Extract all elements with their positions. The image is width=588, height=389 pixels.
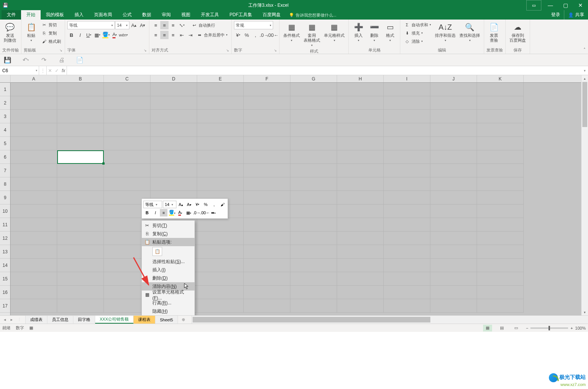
cell-H17[interactable] xyxy=(337,299,384,313)
ctx-cut[interactable]: ✂剪切(T) xyxy=(142,221,194,230)
cell-I15[interactable] xyxy=(384,272,430,286)
align-bottom-button[interactable]: ≡ xyxy=(169,21,177,29)
sheet-tab-schedule[interactable]: 课程表 xyxy=(134,316,155,324)
cell-G7[interactable] xyxy=(290,164,337,177)
cell-B15[interactable] xyxy=(57,272,104,286)
login-button[interactable]: 登录 xyxy=(547,10,564,20)
tab-pdf-tools[interactable]: PDF工具集 xyxy=(224,10,257,20)
cell-C2[interactable] xyxy=(104,96,150,110)
ribbon-display-options[interactable]: ▭ xyxy=(526,0,541,11)
cell-B4[interactable] xyxy=(57,123,104,137)
cell-H13[interactable] xyxy=(337,245,384,259)
cell-J6[interactable] xyxy=(430,150,477,164)
tab-file[interactable]: 文件 xyxy=(2,10,21,20)
row-header-4[interactable]: 4 xyxy=(0,123,10,137)
cell-B11[interactable] xyxy=(57,218,104,232)
cell-F3[interactable] xyxy=(244,110,290,123)
insert-cells-button[interactable]: ➕插入▾ xyxy=(351,21,366,43)
cell-J2[interactable] xyxy=(430,96,477,110)
cell-F13[interactable] xyxy=(244,245,290,259)
cell-K9[interactable] xyxy=(477,191,524,204)
cell-G15[interactable] xyxy=(290,272,337,286)
column-header-K[interactable]: K xyxy=(477,75,524,82)
increase-font-button[interactable]: A▴ xyxy=(130,21,138,29)
cell-D1[interactable] xyxy=(150,83,197,96)
cell-A10[interactable] xyxy=(11,204,57,218)
cell-F16[interactable] xyxy=(244,286,290,299)
enter-formula-button[interactable]: ✓ xyxy=(55,68,59,73)
cell-E4[interactable] xyxy=(197,123,244,137)
mini-format-painter-button[interactable]: 🖌 xyxy=(219,201,226,208)
view-normal-button[interactable]: ▦ xyxy=(483,325,492,331)
cell-K3[interactable] xyxy=(477,110,524,123)
column-header-I[interactable]: I xyxy=(384,75,430,82)
cell-A11[interactable] xyxy=(11,218,57,232)
cell-G8[interactable] xyxy=(290,177,337,191)
cell-I9[interactable] xyxy=(384,191,430,204)
zoom-out-button[interactable]: − xyxy=(526,326,528,330)
italic-button[interactable]: I xyxy=(76,31,84,39)
horizontal-scroll-thumb[interactable] xyxy=(193,317,430,322)
mini-fill-color-button[interactable]: 🪣▾ xyxy=(168,209,176,216)
wrap-text-button[interactable]: ↩自动换行 xyxy=(190,21,217,29)
cell-D6[interactable] xyxy=(150,150,197,164)
name-box[interactable]: C6▾ xyxy=(0,66,39,75)
cell-J7[interactable] xyxy=(430,164,477,177)
qat-print-button[interactable]: 📄 xyxy=(75,56,84,65)
cell-H8[interactable] xyxy=(337,177,384,191)
collapse-ribbon-button[interactable]: ˄ xyxy=(583,47,586,52)
name-box-resize-handle[interactable]: ⋮ xyxy=(39,66,47,75)
mini-font-color-button[interactable]: A▾ xyxy=(176,209,184,216)
cell-K5[interactable] xyxy=(477,137,524,150)
cell-I6[interactable] xyxy=(384,150,430,164)
scroll-down-button[interactable]: ▾ xyxy=(582,309,588,315)
cell-H4[interactable] xyxy=(337,123,384,137)
cell-J4[interactable] xyxy=(430,123,477,137)
paste-button[interactable]: 📋 粘贴 ▾ xyxy=(24,21,39,43)
cell-G13[interactable] xyxy=(290,245,337,259)
cell-styles-button[interactable]: ▦单元格样式▾ xyxy=(322,21,346,43)
zoom-in-button[interactable]: + xyxy=(570,326,573,330)
cell-B17[interactable] xyxy=(57,299,104,313)
mini-decrease-font-button[interactable]: A▾ xyxy=(185,201,193,208)
cell-A15[interactable] xyxy=(11,272,57,286)
cell-J11[interactable] xyxy=(430,218,477,232)
ctx-delete[interactable]: 删除(D) xyxy=(142,274,194,282)
cell-D8[interactable] xyxy=(150,177,197,191)
scroll-up-button[interactable]: ▴ xyxy=(582,75,588,82)
format-painter-button[interactable]: 🖌格式刷 xyxy=(40,38,62,45)
copy-button[interactable]: ⎘复制 xyxy=(40,29,62,37)
column-header-C[interactable]: C xyxy=(104,75,150,82)
cell-I14[interactable] xyxy=(384,259,430,272)
cell-B12[interactable] xyxy=(57,232,104,245)
cell-H14[interactable] xyxy=(337,259,384,272)
row-header-11[interactable]: 11 xyxy=(0,218,10,232)
cell-A7[interactable] xyxy=(11,164,57,177)
cell-G9[interactable] xyxy=(290,191,337,204)
cell-I12[interactable] xyxy=(384,232,430,245)
cell-H15[interactable] xyxy=(337,272,384,286)
row-header-6[interactable]: 6 xyxy=(0,150,10,164)
cell-J9[interactable] xyxy=(430,191,477,204)
tab-developer[interactable]: 开发工具 xyxy=(196,10,224,20)
mini-align-center-button[interactable]: ≡ xyxy=(160,209,167,216)
zoom-slider[interactable] xyxy=(530,327,568,329)
cell-F11[interactable] xyxy=(244,218,290,232)
cell-K7[interactable] xyxy=(477,164,524,177)
cell-A13[interactable] xyxy=(11,245,57,259)
cell-I17[interactable] xyxy=(384,299,430,313)
cell-H11[interactable] xyxy=(337,218,384,232)
cell-F6[interactable] xyxy=(244,150,290,164)
cell-B13[interactable] xyxy=(57,245,104,259)
tab-page-layout[interactable]: 页面布局 xyxy=(89,10,117,20)
cell-K10[interactable] xyxy=(477,204,524,218)
cell-F2[interactable] xyxy=(244,96,290,110)
cell-I5[interactable] xyxy=(384,137,430,150)
number-dialog-launcher[interactable]: ↘ xyxy=(274,48,277,52)
cell-F1[interactable] xyxy=(244,83,290,96)
cell-K13[interactable] xyxy=(477,245,524,259)
format-as-table-button[interactable]: ▦套用 表格格式▾ xyxy=(302,21,322,48)
qat-print-preview-button[interactable]: 🖨 xyxy=(57,56,66,65)
cell-J13[interactable] xyxy=(430,245,477,259)
new-sheet-button[interactable]: ⊕ xyxy=(178,316,189,324)
